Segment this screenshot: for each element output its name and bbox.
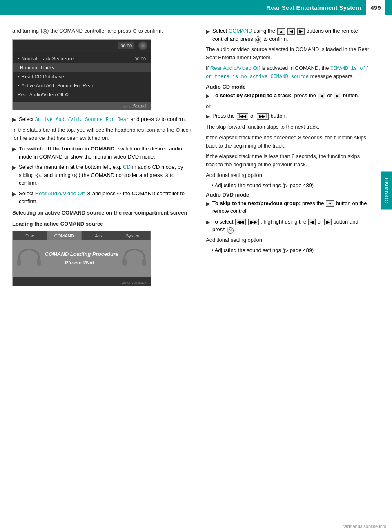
menu-item-text: Read CD Database bbox=[22, 74, 64, 80]
intro-text3: to confirm. bbox=[138, 28, 163, 34]
bullet-arrow-4: ▶ bbox=[12, 190, 16, 206]
btn-prev-track: |◀◀ bbox=[237, 113, 249, 120]
confirm-icon2: ⊙ bbox=[156, 116, 160, 122]
bullet-arrow-r2: ▶ bbox=[206, 92, 210, 100]
tab-comand: COMAND bbox=[47, 231, 82, 240]
menu-item-active-source: • Active Aud./Vid. Source For Rear bbox=[13, 81, 151, 90]
bullet-arrow-3: ▶ bbox=[12, 163, 16, 187]
btn-hl-right: ▶ bbox=[324, 219, 332, 225]
btn-rw: ◀◀ bbox=[235, 219, 246, 225]
bullet1-suffix2: to confirm. bbox=[160, 116, 186, 122]
left-column: and turning ⟨◎⟩ the COMAND controller an… bbox=[0, 23, 200, 524]
screenshot1: 00:00 • Normal Track Sequence 00:00 Rand… bbox=[12, 39, 151, 110]
bullet-arrow-r3: ▶ bbox=[206, 112, 210, 121]
bullet-content-r4: To skip to the next/previous group: pres… bbox=[212, 199, 372, 215]
bullet1-mono: Active Aud./Vid. Source For Rear bbox=[35, 117, 129, 123]
elapsed-8sec-para: If the elapsed track time has exceeded 8… bbox=[206, 134, 372, 150]
bullet-skip-track: ▶ To select by skipping to a track: pres… bbox=[206, 92, 372, 100]
btn-next-track: ▶▶| bbox=[257, 113, 269, 120]
headphone-left bbox=[17, 248, 41, 269]
bullet-arrow-2: ▶ bbox=[12, 145, 16, 161]
btn-right: ▶ bbox=[297, 28, 305, 35]
controller-icon: ⟨◎⟩ bbox=[40, 28, 51, 34]
heading-audio-dvd: Audio DVD mode bbox=[206, 192, 372, 198]
rear-icon: ⊗ bbox=[86, 190, 91, 197]
status-bar-para: In the status bar at the top, you will s… bbox=[12, 126, 193, 142]
bullet-dot: • bbox=[18, 56, 19, 61]
comand-side-tab: COMAND bbox=[381, 172, 392, 210]
intro-text1: and turning bbox=[12, 28, 39, 34]
loading-line1: COMAND Loading Procedure bbox=[41, 250, 122, 259]
additional-list-2: • Adjusting the sound settings (▷ page 4… bbox=[212, 247, 372, 253]
loading-line2: Please Wait... bbox=[41, 259, 122, 267]
loading-text-area: COMAND Loading Procedure Please Wait... bbox=[41, 250, 122, 267]
btn-skip-right: ▶ bbox=[334, 93, 341, 99]
btn-skip-left: ◀ bbox=[318, 93, 325, 99]
menu-item-text: Rear Audio/Video Off bbox=[18, 92, 63, 98]
btn-down: ▼ bbox=[326, 200, 334, 207]
svg-rect-2 bbox=[142, 259, 146, 266]
bullet-content-1: Select Active Aud./Vid. Source For Rear … bbox=[19, 115, 193, 124]
menu-item-normal-track: • Normal Track Sequence 00:00 bbox=[13, 54, 151, 63]
menu-item-random: Random Tracks bbox=[13, 63, 151, 72]
skip-group-bold: To skip to the next/previous group: bbox=[212, 200, 301, 206]
bullet-select-comand: ▶ Select COMAND using the ▲ ◀ ▶ buttons … bbox=[206, 27, 372, 43]
btn-hl-left: ◀ bbox=[308, 219, 316, 225]
turn-icon: ⟨◎⟩ bbox=[72, 172, 80, 178]
comand-label: COMAND bbox=[229, 28, 252, 34]
rear-off-icon: ⊗ bbox=[65, 92, 69, 97]
screen2-body: COMAND Loading Procedure Please Wait... bbox=[13, 240, 151, 277]
bullet-content-r3: Press the |◀◀ or ▶▶| button. bbox=[212, 112, 372, 121]
bullet-switch-off: ▶ To switch off the function in COMAND: … bbox=[12, 145, 193, 161]
btn-ok-1: ok bbox=[255, 36, 261, 43]
bullet1-suffix: and press bbox=[129, 116, 155, 122]
watermark: carmanualsonline.info bbox=[343, 524, 386, 529]
btn-left: ◀ bbox=[287, 28, 295, 35]
right-column: ▶ Select COMAND using the ▲ ◀ ▶ buttons … bbox=[200, 23, 392, 524]
section-heading-text: Selecting an active COMAND source on the… bbox=[12, 210, 187, 216]
bullet-dot-add1: • bbox=[212, 182, 214, 188]
or-text: or bbox=[206, 103, 372, 111]
screen2-tabs: Disc COMAND Aux System bbox=[13, 231, 151, 240]
bullet-arrow-1: ▶ bbox=[12, 116, 16, 124]
bullet-content-r5: To select ◀◀ ▶▶ : highlight using the ◀ … bbox=[212, 218, 372, 234]
bullet-press-skip: ▶ Press the |◀◀ or ▶▶| button. bbox=[206, 112, 372, 121]
svg-rect-3 bbox=[122, 259, 127, 266]
page-number: 499 bbox=[366, 0, 385, 15]
bullet-dot-add2: • bbox=[212, 247, 214, 253]
additional-setting-1: Additional setting option: bbox=[206, 171, 372, 179]
confirm-icon: ⊙ bbox=[132, 28, 138, 34]
menu-item-text: Random Tracks bbox=[20, 65, 54, 71]
menu-list: • Normal Track Sequence 00:00 Random Tra… bbox=[13, 52, 151, 102]
screenshot2-label: P82-87-8369-31 bbox=[122, 281, 148, 285]
bullet-arrow-r4: ▶ bbox=[206, 200, 210, 215]
additional-list-1: • Adjusting the sound settings (▷ page 4… bbox=[212, 182, 372, 188]
svg-rect-1 bbox=[37, 259, 41, 266]
menu-item-text: Normal Track Sequence bbox=[22, 56, 74, 62]
bullet-content-2: To switch off the function in COMAND: sw… bbox=[19, 145, 193, 161]
slide-icon: ◎↓ bbox=[35, 172, 42, 178]
menu-item-rear-off: Rear Audio/Video Off ⊗ bbox=[13, 90, 151, 99]
subsection-heading-text: Loading the active COMAND source bbox=[12, 221, 103, 227]
time-right: 00:00 bbox=[134, 56, 146, 61]
btn-up: ▲ bbox=[277, 28, 285, 35]
heading-audio-cd: Audio CD mode bbox=[206, 84, 372, 90]
intro-paragraph: and turning ⟨◎⟩ the COMAND controller an… bbox=[12, 27, 193, 35]
confirm-icon4: ⊙ bbox=[117, 190, 121, 197]
bullet-content-r1: Select COMAND using the ▲ ◀ ▶ buttons on… bbox=[212, 27, 372, 43]
bullet-dot: • bbox=[18, 83, 19, 88]
additional-setting-2: Additional setting option: bbox=[206, 236, 372, 244]
bullet-content-4: Select Rear Audio/Video Off ⊗ and press … bbox=[19, 190, 193, 206]
menu-item-read-cd: ▪ Read CD Database bbox=[13, 72, 151, 81]
section-heading-select: Selecting an active COMAND source on the… bbox=[12, 210, 193, 217]
elapsed-less-8sec-para: If the elapsed track time is less than 8… bbox=[206, 152, 372, 168]
bullet-select-active: ▶ Select Active Aud./Vid. Source For Rea… bbox=[12, 115, 193, 124]
bullet-arrow-r1: ▶ bbox=[206, 27, 210, 43]
screen-header: 00:00 bbox=[13, 40, 151, 52]
headphone-right bbox=[122, 248, 147, 269]
screenshot2: Disc COMAND Aux System bbox=[12, 231, 151, 286]
tab-system: System bbox=[116, 231, 151, 240]
header-title: Rear Seat Entertainment System bbox=[180, 4, 366, 11]
bullet-dot: ▪ bbox=[18, 74, 19, 79]
intro-text2: the COMAND controller and press bbox=[50, 28, 131, 34]
